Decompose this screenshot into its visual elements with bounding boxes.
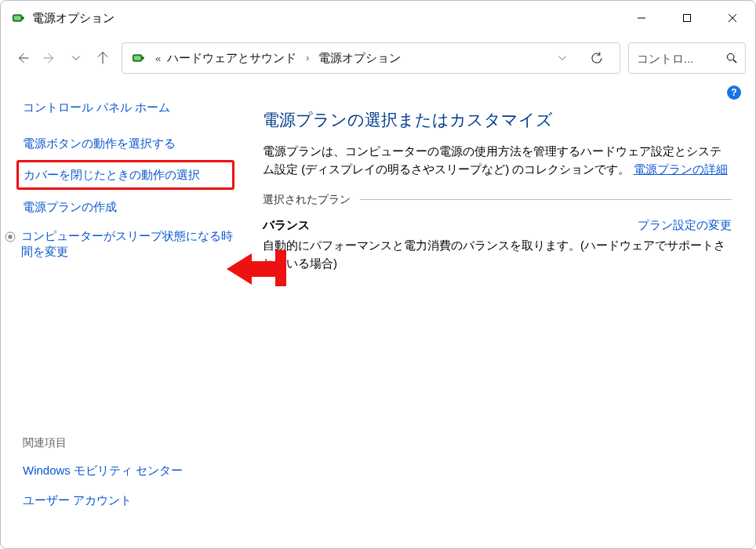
page-description: 電源プランは、コンピューターの電源の使用方法を管理するハードウェア設定とシステム… xyxy=(263,142,732,179)
left-nav: コントロール パネル ホーム 電源ボタンの動作を選択する カバーを閉じたときの動… xyxy=(1,81,249,548)
refresh-button[interactable] xyxy=(577,43,615,73)
shield-icon xyxy=(4,230,16,244)
power-button-behavior-link[interactable]: 電源ボタンの動作を選択する xyxy=(23,136,176,150)
breadcrumb-icon xyxy=(129,49,147,67)
breadcrumb-part-hardware-sound[interactable]: ハードウェアとサウンド xyxy=(165,51,298,66)
create-power-plan-link[interactable]: 電源プランの作成 xyxy=(23,200,117,213)
minimize-button[interactable] xyxy=(619,1,664,35)
window-title: 電源オプション xyxy=(32,11,114,26)
svg-rect-4 xyxy=(684,15,691,22)
content-area: ? コントロール パネル ホーム 電源ボタンの動作を選択する カバーを閉じたとき… xyxy=(1,81,755,548)
divider xyxy=(360,199,732,200)
main-content: 電源プランの選択またはカスタマイズ 電源プランは、コンピューターの電源の使用方法… xyxy=(249,81,755,548)
selected-plan-label: 選択されたプラン xyxy=(263,193,732,207)
lid-close-behavior-link[interactable]: カバーを閉じたときの動作の選択 xyxy=(24,168,200,181)
svg-rect-12 xyxy=(134,56,140,60)
breadcrumb-dropdown-button[interactable] xyxy=(549,43,576,73)
mobility-center-link[interactable]: Windows モビリティ センター xyxy=(23,464,183,477)
sleep-time-link[interactable]: コンピューターがスリープ状態になる時間を変更 xyxy=(21,228,233,259)
svg-rect-2 xyxy=(14,16,20,20)
change-plan-settings-link[interactable]: プラン設定の変更 xyxy=(638,218,732,233)
close-button[interactable] xyxy=(710,1,755,35)
breadcrumb-part-power-options[interactable]: 電源オプション xyxy=(317,51,402,66)
search-input[interactable] xyxy=(635,51,725,66)
user-accounts-link[interactable]: ユーザー アカウント xyxy=(23,493,132,507)
page-heading: 電源プランの選択またはカスタマイズ xyxy=(263,109,732,131)
recent-locations-button[interactable] xyxy=(64,44,89,72)
up-button[interactable] xyxy=(90,44,115,72)
forward-button[interactable] xyxy=(37,44,62,72)
highlight-annotation: カバーを閉じたときの動作の選択 xyxy=(16,160,234,190)
breadcrumb-prefix-icon: « xyxy=(155,53,161,64)
breadcrumb[interactable]: « ハードウェアとサウンド › 電源オプション xyxy=(122,42,620,74)
search-box[interactable] xyxy=(628,42,746,74)
related-items-heading: 関連項目 xyxy=(23,436,233,450)
control-panel-home-link[interactable]: コントロール パネル ホーム xyxy=(23,100,170,114)
section-label-text: 選択されたプラン xyxy=(263,193,351,207)
back-button[interactable] xyxy=(10,44,35,72)
titlebar: 電源オプション xyxy=(1,1,755,35)
svg-point-13 xyxy=(727,53,734,60)
svg-point-16 xyxy=(8,235,12,238)
help-button[interactable]: ? xyxy=(727,85,741,100)
plan-name-balance: バランス xyxy=(263,218,310,233)
control-panel-window: 電源オプション xyxy=(0,0,756,549)
svg-rect-1 xyxy=(22,16,24,19)
power-plan-details-link[interactable]: 電源プランの詳細 xyxy=(634,162,728,176)
navbar: « ハードウェアとサウンド › 電源オプション xyxy=(1,35,755,81)
svg-rect-11 xyxy=(142,56,144,59)
chevron-right-icon[interactable]: › xyxy=(306,53,309,64)
search-icon[interactable] xyxy=(725,51,739,65)
power-options-icon xyxy=(10,10,26,26)
svg-line-14 xyxy=(733,60,736,63)
plan-description: 自動的にパフォーマンスと電力消費のバランスを取ります。(ハードウェアでサポートさ… xyxy=(263,236,732,273)
maximize-button[interactable] xyxy=(664,1,710,35)
